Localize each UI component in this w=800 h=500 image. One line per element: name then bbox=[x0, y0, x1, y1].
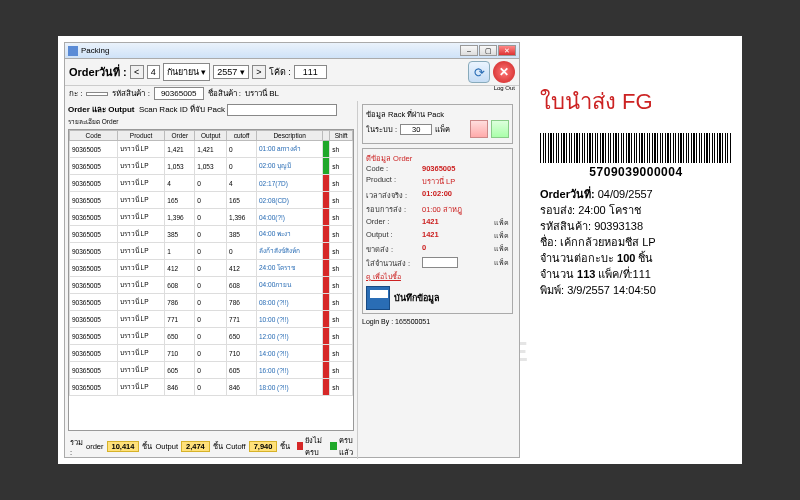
prev-day-button[interactable]: < bbox=[130, 65, 144, 79]
table-row[interactable]: 90365005บราวนี่ LP786078608:00 (?!!)sh bbox=[70, 294, 353, 311]
total-cutoff: 7,940 bbox=[249, 441, 278, 452]
detail-order: 1421 bbox=[422, 217, 439, 228]
detail-output: 1421 bbox=[422, 230, 439, 241]
left-sub: รายละเอียด Order bbox=[68, 117, 354, 127]
packing-window: Packing – ▢ ✕ Orderวันที่ : < 4 กันยายน … bbox=[64, 42, 520, 458]
login-by: Login By : 165500051 bbox=[362, 318, 513, 325]
prodcode-field[interactable]: 90365005 bbox=[154, 87, 204, 100]
minimize-button[interactable]: – bbox=[460, 45, 478, 56]
left-header: Order และ Output bbox=[68, 105, 134, 114]
barcode-icon bbox=[540, 133, 732, 163]
total-order: 10,414 bbox=[107, 441, 140, 452]
detail-time: 01:02:00 bbox=[422, 189, 452, 201]
day-field[interactable]: 4 bbox=[147, 65, 160, 79]
prodname-field[interactable]: บราวนี่ BL bbox=[245, 87, 279, 100]
save-button[interactable]: บันทึกข้อมูล bbox=[394, 291, 440, 305]
table-row[interactable]: 90365005บราวนี่ LP165016502:08(CD)sh bbox=[70, 192, 353, 209]
rack-header: ข้อมูล Rack ที่ผ่าน Pack bbox=[366, 108, 509, 120]
shift-field[interactable] bbox=[86, 92, 108, 96]
rack-box: ข้อมูล Rack ที่ผ่าน Pack ในระบบ : 30 แพ็… bbox=[362, 104, 513, 144]
header-row: Orderวันที่ : < 4 กันยายน ▾ 2557 ▾ > โค้… bbox=[65, 59, 519, 86]
shift-label: กะ : bbox=[69, 87, 82, 100]
detail-box: ดีข้อมูล Order Code :90365005 Product :บ… bbox=[362, 148, 513, 314]
detail-remain: 0 bbox=[422, 243, 426, 255]
order-table[interactable]: CodeProductOrderOutputcutoffDescriptionS… bbox=[68, 129, 354, 431]
table-row[interactable]: 90365005บราวนี่ LP412041224:00 โคราชsh bbox=[70, 260, 353, 277]
total-output: 2,474 bbox=[181, 441, 210, 452]
prodcode-label: รหัสสินค้า : bbox=[112, 87, 149, 100]
maximize-button[interactable]: ▢ bbox=[479, 45, 497, 56]
year-field[interactable]: 2557 ▾ bbox=[213, 65, 249, 79]
totals-row: รวม : order 10,414 ชิ้น Output 2,474 ชิ้… bbox=[68, 431, 354, 461]
left-pane: Order และ Output Scan Rack ID ที่จับ Pac… bbox=[65, 101, 357, 459]
code-field[interactable]: 111 bbox=[294, 65, 327, 79]
order-date-label: Orderวันที่ : bbox=[69, 63, 127, 81]
filter-row: กะ : รหัสสินค้า : 90365005 ชื่อสินค้า : … bbox=[65, 86, 519, 101]
month-field[interactable]: กันยายน ▾ bbox=[163, 63, 211, 81]
close-button[interactable]: ✕ bbox=[498, 45, 516, 56]
scan-label: Scan Rack ID ที่จับ Pack bbox=[139, 105, 225, 114]
table-row[interactable]: 90365005บราวนี่ LP846084618:00 (?!!)sh bbox=[70, 379, 353, 396]
logout-button[interactable]: ✕ bbox=[493, 61, 515, 83]
table-row[interactable]: 90365005บราวนี่ LP40402:17(7D)sh bbox=[70, 175, 353, 192]
logout-label: Log Out bbox=[494, 85, 515, 91]
titlebar: Packing – ▢ ✕ bbox=[65, 43, 519, 59]
barcode-number: 5709039000004 bbox=[540, 165, 732, 179]
fg-label: ใบนำส่ง FG 5709039000004 Orderวันที่: 04… bbox=[540, 84, 732, 299]
detail-link[interactable]: ดู เพื่อไปซื้อ bbox=[366, 271, 509, 282]
legend-green-icon bbox=[330, 442, 336, 450]
table-row[interactable]: 90365005บราวนี่ LP771077110:00 (?!!)sh bbox=[70, 311, 353, 328]
detail-round: 01:00 สาหฎู bbox=[422, 203, 462, 215]
next-day-button[interactable]: > bbox=[252, 65, 266, 79]
refresh-button[interactable]: ⟳ bbox=[468, 61, 490, 83]
scan-input[interactable] bbox=[227, 104, 337, 116]
legend-red-icon bbox=[297, 442, 303, 450]
detail-code: 90365005 bbox=[422, 164, 455, 173]
table-row[interactable]: 90365005บราวนี่ LP710071014:00 (?!!)sh bbox=[70, 345, 353, 362]
table-row[interactable]: 90365005บราวนี่ LP608060804:00ภายนsh bbox=[70, 277, 353, 294]
putaway-input[interactable] bbox=[422, 257, 458, 268]
table-row[interactable]: 90365005บราวนี่ LP385038504:00 พะงาsh bbox=[70, 226, 353, 243]
window-title: Packing bbox=[81, 46, 109, 55]
rack-icon[interactable] bbox=[470, 120, 488, 138]
detail-product: บราวนี่ LP bbox=[422, 175, 455, 187]
rack-icon-2[interactable] bbox=[491, 120, 509, 138]
table-row[interactable]: 90365005บราวนี่ LP100ลังก้าสังข์สิงห์กsh bbox=[70, 243, 353, 260]
insys-field[interactable]: 30 bbox=[400, 124, 432, 135]
detail-header: ดีข้อมูล Order bbox=[366, 152, 509, 164]
table-row[interactable]: 90365005บราวนี่ LP1,0531,053002:00 บุญมี… bbox=[70, 158, 353, 175]
table-row[interactable]: 90365005บราวนี่ LP1,39601,39604:00(?!)sh bbox=[70, 209, 353, 226]
table-row[interactable]: 90365005บราวนี่ LP605060516:00 (?!!)sh bbox=[70, 362, 353, 379]
table-row[interactable]: 90365005บราวนี่ LP1,4211,421001:00 amางค… bbox=[70, 141, 353, 158]
save-icon[interactable] bbox=[366, 286, 390, 310]
prodname-label: ชื่อสินค้า : bbox=[208, 87, 241, 100]
label-title: ใบนำส่ง FG bbox=[540, 84, 732, 119]
right-pane: ข้อมูล Rack ที่ผ่าน Pack ในระบบ : 30 แพ็… bbox=[357, 101, 517, 459]
code-label: โค้ด : bbox=[269, 65, 291, 79]
app-icon bbox=[68, 46, 78, 56]
table-row[interactable]: 90365005บราวนี่ LP650065012:00 (?!!)sh bbox=[70, 328, 353, 345]
